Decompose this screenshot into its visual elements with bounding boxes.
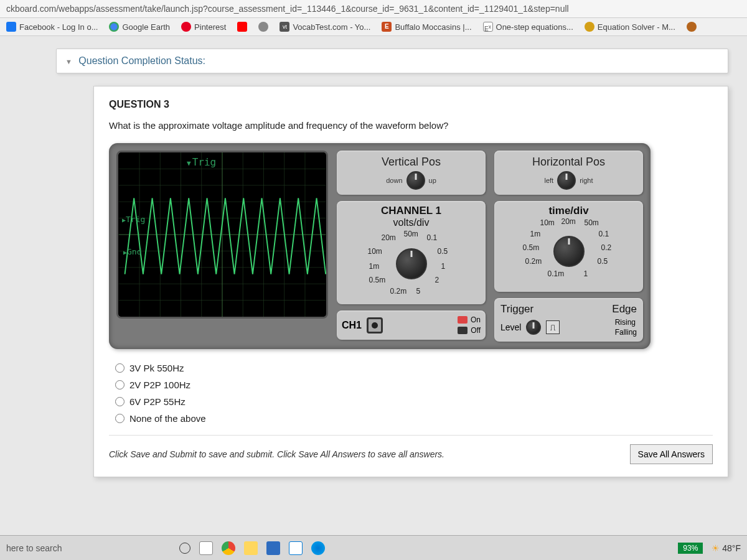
vertical-pos-title: Vertical Pos <box>343 156 479 169</box>
generic-icon <box>258 22 268 32</box>
screen-trig-top: Trig <box>187 156 216 168</box>
ex-icon: Ex <box>483 22 493 32</box>
oscilloscope: Trig Trig Gnd Vertical Pos down up <box>109 143 651 349</box>
url-bar[interactable]: ckboard.com/webapps/assessment/take/laun… <box>0 0 747 18</box>
volts-div-knob[interactable] <box>396 248 427 279</box>
answer-d[interactable]: None of the above <box>115 413 713 424</box>
vertical-pos-panel: Vertical Pos down up <box>337 151 486 195</box>
volts-div-panel: CHANNEL 1 volts/div 50m 0.1 0.5 1 2 5 0.… <box>337 201 486 304</box>
answer-options: 3V Pk 550Hz 2V P2P 100Hz 6V P2P 55Hz Non… <box>109 363 713 424</box>
time-div-panel: time/div 20m 50m 0.1 0.2 0.5 1 0.1m 0.2m… <box>494 201 643 292</box>
off-label: Off <box>471 326 481 335</box>
time-div-label: time/div <box>499 205 638 217</box>
status-label: Question Completion Status: <box>78 55 205 66</box>
bookmarks-bar: Facebook - Log In o... Google Earth Pint… <box>0 18 747 36</box>
question-block: QUESTION 3 What is the approximate volta… <box>93 86 728 477</box>
radio-a[interactable] <box>115 363 125 373</box>
bookmark-vocabtest[interactable]: vtVocabTest.com - Yo... <box>280 22 370 32</box>
volts-div-label: volts/div <box>342 217 481 228</box>
edge-label: Edge <box>612 303 637 315</box>
answer-c[interactable]: 6V P2P 55Hz <box>115 396 713 407</box>
ch1-bnc[interactable] <box>367 317 383 334</box>
hpos-left-label: left <box>544 177 553 184</box>
bookmark-last[interactable] <box>687 22 697 32</box>
vpos-up-label: up <box>429 177 436 184</box>
vpos-down-label: down <box>386 177 402 184</box>
chevron-down-icon: ▼ <box>65 58 72 65</box>
facebook-icon <box>6 22 16 32</box>
vt-icon: vt <box>280 22 289 32</box>
google-earth-icon <box>109 22 119 32</box>
horizontal-pos-knob[interactable] <box>557 171 576 190</box>
edge-icon[interactable]: ⎍ <box>546 320 560 334</box>
screen-trig-side: Trig <box>122 215 145 224</box>
edge-icon[interactable] <box>311 541 325 555</box>
bookmark-buffalo[interactable]: EBuffalo Moccasins |... <box>382 22 471 32</box>
battery-status[interactable]: 93% <box>678 543 703 554</box>
screen-gnd: Gnd <box>123 247 142 256</box>
answer-b[interactable]: 2V P2P 100Hz <box>115 380 713 390</box>
horizontal-pos-panel: Horizontal Pos left right <box>494 151 643 195</box>
oscilloscope-screen: Trig Trig Gnd <box>116 151 328 319</box>
store-icon[interactable] <box>266 541 280 555</box>
sun-icon: ☀ <box>712 543 720 553</box>
bookmark-facebook[interactable]: Facebook - Log In o... <box>6 22 98 32</box>
bookmark-google-earth[interactable]: Google Earth <box>109 22 170 32</box>
pinterest-icon <box>181 22 191 32</box>
taskbar-search[interactable]: here to search <box>6 543 62 553</box>
youtube-icon <box>237 22 247 32</box>
level-label: Level <box>500 322 521 332</box>
time-div-knob[interactable] <box>553 236 585 267</box>
bookmark-generic[interactable] <box>258 22 268 32</box>
hpos-right-label: right <box>580 177 593 184</box>
last-icon <box>687 22 697 32</box>
answer-a[interactable]: 3V Pk 550Hz <box>115 363 713 373</box>
question-text: What is the approximate voltage amplitud… <box>109 120 713 131</box>
cortana-icon[interactable] <box>179 543 190 554</box>
radio-b[interactable] <box>115 380 125 390</box>
vertical-pos-knob[interactable] <box>406 171 425 190</box>
question-number: QUESTION 3 <box>109 99 713 110</box>
footer-instructions: Click Save and Submit to save and submit… <box>109 449 444 459</box>
bookmark-equation-solver[interactable]: Equation Solver - M... <box>585 22 675 32</box>
radio-d[interactable] <box>115 414 125 423</box>
taskview-icon[interactable] <box>199 541 213 555</box>
bookmark-onestep[interactable]: ExOne-step equations... <box>483 22 573 32</box>
save-all-answers-button[interactable]: Save All Answers <box>630 444 713 464</box>
on-label: On <box>471 315 481 324</box>
eq-icon <box>585 22 594 32</box>
chrome-icon[interactable] <box>222 541 235 555</box>
radio-c[interactable] <box>115 397 125 406</box>
question-completion-status[interactable]: ▼ Question Completion Status: <box>56 49 728 73</box>
ch1-on-switch[interactable] <box>458 316 467 324</box>
weather-temp[interactable]: ☀ 48°F <box>712 543 741 553</box>
e-icon: E <box>382 22 392 32</box>
trigger-level-knob[interactable] <box>526 320 541 335</box>
bookmark-youtube[interactable] <box>237 22 247 32</box>
bookmark-pinterest[interactable]: Pinterest <box>181 22 226 32</box>
ch1-label: CH1 <box>342 320 362 331</box>
falling-label: Falling <box>615 328 637 337</box>
trigger-panel: Trigger Edge Level ⎍ Rising Falling <box>494 298 643 342</box>
ch1-panel: CH1 On Off <box>337 310 486 340</box>
channel1-label: CHANNEL 1 <box>342 205 481 217</box>
mail-icon[interactable] <box>289 541 303 555</box>
taskbar: here to search 93% ☀ 48°F <box>0 535 747 560</box>
trigger-label: Trigger <box>500 303 533 315</box>
rising-label: Rising <box>615 318 637 327</box>
ch1-off-switch[interactable] <box>458 327 467 334</box>
file-explorer-icon[interactable] <box>244 541 258 555</box>
horizontal-pos-title: Horizontal Pos <box>500 156 637 169</box>
